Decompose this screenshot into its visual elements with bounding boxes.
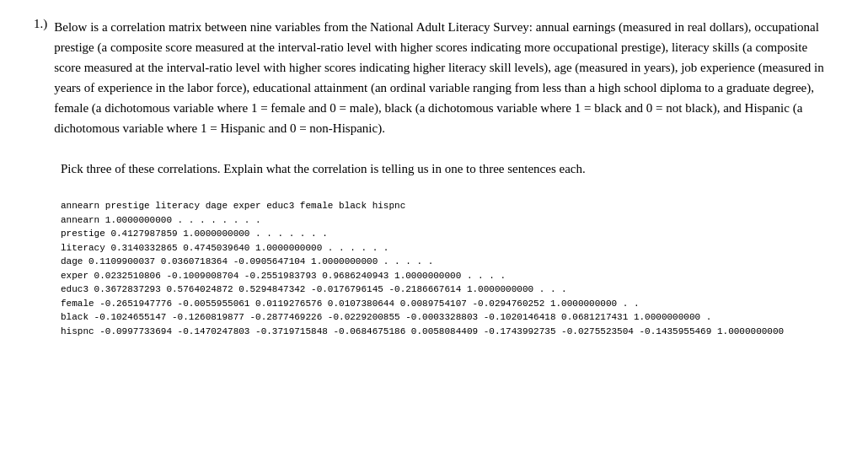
matrix-data-row: educ3 0.3672837293 0.5764024872 0.529484…	[61, 282, 834, 297]
follow-up-text: Pick three of these correlations. Explai…	[61, 159, 834, 179]
question-text: Below is a correlation matrix between ni…	[54, 17, 834, 138]
matrix-data-row: dage 0.1109900037 0.0360718364 -0.090564…	[61, 255, 834, 269]
correlation-matrix: annearn prestige literacy dage exper edu…	[61, 199, 834, 338]
matrix-header: annearn prestige literacy dage exper edu…	[61, 199, 834, 213]
matrix-data-row: exper 0.0232510806 -0.1009008704 -0.2551…	[61, 269, 834, 283]
matrix-data-row: literacy 0.3140332865 0.4745039640 1.000…	[61, 241, 834, 256]
question-block: 1.) Below is a correlation matrix betwee…	[34, 17, 834, 138]
matrix-data-row: hispnc -0.0997733694 -0.1470247803 -0.37…	[61, 325, 834, 339]
matrix-data-row: female -0.2651947776 -0.0055955061 0.011…	[61, 297, 834, 311]
question-number: 1.)	[34, 17, 47, 138]
matrix-data-row: prestige 0.4127987859 1.0000000000 . . .…	[61, 227, 834, 241]
matrix-data-row: black -0.1024655147 -0.1260819877 -0.287…	[61, 310, 834, 325]
matrix-data-row: annearn 1.0000000000 . . . . . . . .	[61, 213, 834, 228]
